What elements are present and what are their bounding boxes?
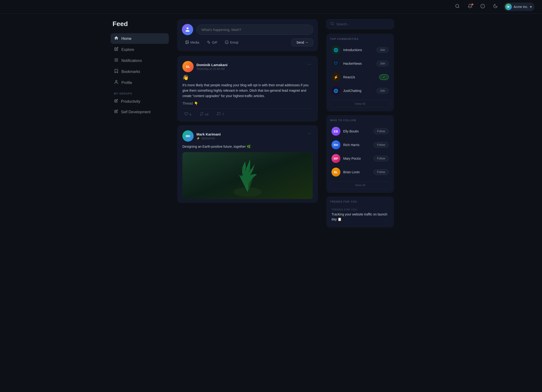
justchatting-icon: 🌐 xyxy=(331,86,340,95)
sponsored-icon: ⚡ xyxy=(196,137,200,140)
topnav: ▶ Acme Inc. ▾ xyxy=(0,0,542,14)
emoji-button[interactable]: Emoji xyxy=(222,39,241,46)
sidebar-item-self-development[interactable]: Self Development xyxy=(111,107,169,117)
profile-icon xyxy=(114,80,119,86)
search-input[interactable] xyxy=(336,22,390,26)
follow-item-brian[interactable]: BL Brian Lovin Follow xyxy=(330,166,390,178)
search-button[interactable] xyxy=(453,3,462,11)
groups-nav: Productivity Self Development xyxy=(111,96,169,117)
join-button-introductions[interactable]: Join xyxy=(376,47,389,53)
post-reactions-1: 4 44 7 xyxy=(182,109,313,118)
sidebar-item-notifications[interactable]: Notifications xyxy=(111,55,169,66)
follow-button-brian[interactable]: Follow xyxy=(374,169,389,175)
communities-view-all[interactable]: View All xyxy=(330,100,390,108)
search-box xyxy=(326,19,394,29)
groups-section-label: MY GROUPS xyxy=(111,88,169,96)
sidebar-notifications-label: Notifications xyxy=(121,59,142,63)
follow-button-rich[interactable]: Follow xyxy=(374,142,389,148)
communities-title: TOP COMMUNITIES xyxy=(330,38,390,40)
sidebar-explore-label: Explore xyxy=(121,48,134,52)
bookmarks-icon xyxy=(114,69,119,75)
follow-item-rich[interactable]: RH Rich Harris Follow xyxy=(330,139,390,151)
post-avatar-2: MK xyxy=(182,130,194,142)
gif-button[interactable]: GIF xyxy=(203,39,221,46)
search-icon-right xyxy=(330,22,334,27)
topnav-icons: ▶ Acme Inc. ▾ xyxy=(453,3,535,11)
media-label: Media xyxy=(190,41,199,44)
follow-item-elly[interactable]: EB Elly Boutin Follow xyxy=(330,125,390,138)
follow-view-all[interactable]: View All xyxy=(330,181,390,189)
post-menu-button-2[interactable]: ··· xyxy=(306,130,313,136)
trends-widget: TRENDS FOR YOU TRENDS FOR YOU Tracking y… xyxy=(326,196,394,227)
sidebar-home-label: Home xyxy=(121,37,131,41)
sidebar-profile-label: Profile xyxy=(121,81,132,85)
sidebar-item-home[interactable]: Home xyxy=(111,33,169,44)
post-image xyxy=(182,152,313,199)
info-button[interactable] xyxy=(478,3,487,11)
compose-input[interactable] xyxy=(196,25,313,35)
sidebar-productivity-label: Productivity xyxy=(121,99,141,104)
follow-avatar-elly: EB xyxy=(331,127,340,136)
send-label: Send → xyxy=(296,41,308,44)
heart-icon xyxy=(184,112,188,117)
self-dev-icon xyxy=(114,109,118,115)
post-author-info-2: MK Mark Karimani ⚡ Sponsored xyxy=(182,130,221,142)
notifications-button[interactable] xyxy=(466,3,474,11)
sidebar-item-explore[interactable]: Explore xyxy=(111,44,169,55)
repost-icon xyxy=(200,112,203,117)
home-icon xyxy=(114,36,119,42)
follow-avatar-mary: MP xyxy=(331,154,340,163)
communities-widget: TOP COMMUNITIES 🌐 Introductions Join 🛡 H… xyxy=(326,34,394,111)
post-card-2: MK Mark Karimani ⚡ Sponsored ··· Designi… xyxy=(177,125,318,203)
join-button-reactjs[interactable]: ✓ xyxy=(379,74,389,80)
moon-icon xyxy=(493,4,498,10)
sidebar: Feed Home Explore xyxy=(107,14,173,237)
compose-box: Media GIF Emoji xyxy=(177,19,318,51)
post-author-block-2: Mark Karimani ⚡ Sponsored xyxy=(196,132,221,140)
community-name-hackernews: HackerNews xyxy=(343,62,374,65)
svg-point-8 xyxy=(116,80,117,82)
post-emoji-1: 👋 xyxy=(182,75,313,81)
search-icon xyxy=(455,4,460,10)
like-button-1[interactable]: 4 xyxy=(182,111,193,118)
send-button[interactable]: Send → xyxy=(291,38,313,46)
who-to-follow-title: WHO TO FOLLOW xyxy=(330,119,390,122)
svg-line-1 xyxy=(458,7,459,8)
chevron-down-icon: ▾ xyxy=(530,5,532,9)
account-button[interactable]: ▶ Acme Inc. ▾ xyxy=(504,3,535,11)
post-author-block-1: Dominik Lamakani Yesterday at 10:48 AM xyxy=(196,63,228,71)
comment-button-1[interactable]: 7 xyxy=(215,111,226,118)
follow-name-brian: Brian Lovin xyxy=(343,170,371,174)
community-item-justchatting[interactable]: 🌐 JustChatting Join xyxy=(330,84,390,97)
like-count-1: 4 xyxy=(190,113,191,116)
community-item-introductions[interactable]: 🌐 Introductions Join xyxy=(330,44,390,56)
theme-button[interactable] xyxy=(491,3,499,11)
join-button-hackernews[interactable]: Join xyxy=(376,61,389,66)
svg-point-0 xyxy=(455,5,459,7)
post-timestamp-1: Yesterday at 10:48 AM xyxy=(196,67,228,71)
sidebar-bookmarks-label: Bookmarks xyxy=(121,70,140,74)
follow-button-mary[interactable]: Follow xyxy=(374,156,389,161)
productivity-icon xyxy=(114,99,118,104)
follow-button-elly[interactable]: Follow xyxy=(374,129,389,134)
follow-item-mary[interactable]: MP Mary Porzio Follow xyxy=(330,152,390,165)
repost-button-1[interactable]: 44 xyxy=(198,111,211,118)
community-item-hackernews[interactable]: 🛡 HackerNews Join xyxy=(330,57,390,70)
trend-item: TRENDS FOR YOU Tracking your website tra… xyxy=(330,206,390,224)
post-author-name-1: Dominik Lamakani xyxy=(196,63,228,67)
post-menu-button-1[interactable]: ··· xyxy=(306,61,313,67)
emoji-label: Emoji xyxy=(230,41,238,44)
sidebar-item-productivity[interactable]: Productivity xyxy=(111,96,169,106)
follow-name-rich: Rich Harris xyxy=(343,143,371,147)
sidebar-self-dev-label: Self Development xyxy=(121,110,151,114)
thread-link[interactable]: Thread 👇 xyxy=(182,102,313,105)
media-button[interactable]: Media xyxy=(182,39,203,46)
follow-avatar-brian: BL xyxy=(331,168,340,177)
compose-avatar xyxy=(182,24,193,35)
account-initials: ▶ xyxy=(508,5,509,8)
emoji-icon xyxy=(225,40,228,45)
join-button-justchatting[interactable]: Join xyxy=(376,88,389,93)
community-item-reactjs[interactable]: ⚡ ReactJs ✓ xyxy=(330,71,390,83)
sidebar-item-bookmarks[interactable]: Bookmarks xyxy=(111,66,169,77)
sidebar-item-profile[interactable]: Profile xyxy=(111,77,169,88)
